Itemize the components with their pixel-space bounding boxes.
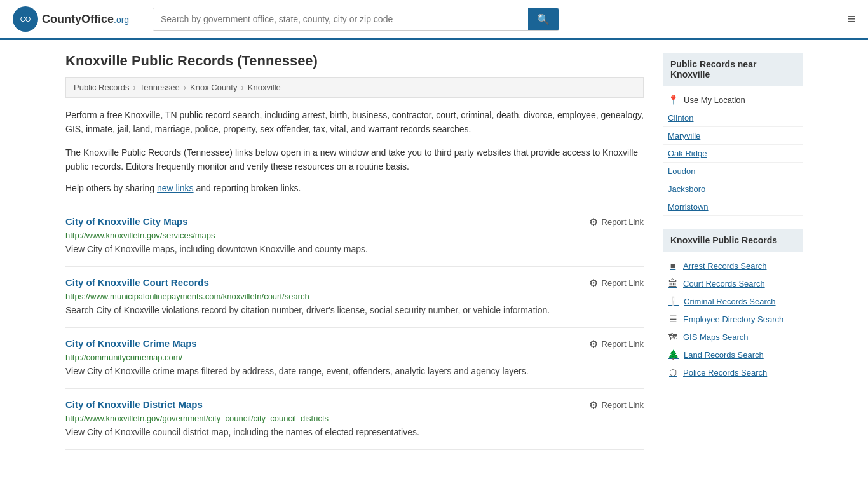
- breadcrumb: Public Records › Tennessee › Knox County…: [65, 77, 644, 98]
- logo-icon: CO: [13, 6, 38, 32]
- logo-org-text: .org: [114, 15, 129, 25]
- record-url[interactable]: http://communitycrimemap.com/: [65, 353, 644, 362]
- svg-text:CO: CO: [20, 15, 31, 23]
- search-bar: 🔍: [153, 8, 559, 31]
- report-icon: ⚙: [589, 399, 598, 411]
- breadcrumb-tennessee[interactable]: Tennessee: [140, 83, 180, 92]
- content-area: Knoxville Public Records (Tennessee) Pub…: [65, 53, 644, 450]
- record-link-icon: ❕: [668, 296, 679, 306]
- breadcrumb-public-records[interactable]: Public Records: [74, 83, 129, 92]
- record-item: City of Knoxville City Maps ⚙ Report Lin…: [65, 206, 644, 267]
- description-1: Perform a free Knoxville, TN public reco…: [65, 108, 644, 137]
- logo: CO CountyOffice.org: [13, 6, 140, 32]
- record-header: City of Knoxville Crime Maps ⚙ Report Li…: [65, 338, 644, 350]
- record-link-icon: ⬡: [668, 367, 678, 377]
- records-section: Knoxville Public Records ■ Arrest Record…: [663, 229, 803, 381]
- nearby-place-link[interactable]: Oak Ridge: [663, 145, 803, 163]
- report-icon: ⚙: [589, 216, 598, 228]
- sidebar-record-link[interactable]: 🗺 GIS Maps Search: [663, 328, 803, 346]
- nearby-section: Public Records near Knoxville 📍 Use My L…: [663, 53, 803, 216]
- report-icon: ⚙: [589, 338, 598, 350]
- description-2: The Knoxville Public Records (Tennessee)…: [65, 146, 644, 174]
- record-link-icon: 🌲: [668, 349, 679, 360]
- record-link-label: Police Records Search: [683, 368, 767, 377]
- nearby-title: Public Records near Knoxville: [663, 53, 803, 86]
- record-link-label: GIS Maps Search: [683, 332, 749, 342]
- page-title: Knoxville Public Records (Tennessee): [65, 53, 644, 69]
- search-input[interactable]: [153, 8, 528, 30]
- sidebar: Public Records near Knoxville 📍 Use My L…: [663, 53, 803, 450]
- record-header: City of Knoxville Court Records ⚙ Report…: [65, 277, 644, 289]
- sidebar-record-link[interactable]: ■ Arrest Records Search: [663, 257, 803, 274]
- record-link-label: Arrest Records Search: [683, 261, 767, 271]
- record-item: City of Knoxville District Maps ⚙ Report…: [65, 389, 644, 450]
- sidebar-record-link[interactable]: ☰ Employee Directory Search: [663, 310, 803, 328]
- report-link[interactable]: ⚙ Report Link: [589, 399, 644, 411]
- record-link-label: Court Records Search: [683, 279, 765, 288]
- nearby-links: 📍 Use My Location ClintonMaryvilleOak Ri…: [663, 91, 803, 216]
- record-title[interactable]: City of Knoxville Crime Maps: [65, 338, 197, 349]
- record-description: View City of Knoxville council district …: [65, 426, 644, 439]
- location-icon: 📍: [668, 95, 679, 105]
- nearby-place-link[interactable]: Loudon: [663, 163, 803, 180]
- use-location-link[interactable]: 📍 Use My Location: [663, 91, 803, 109]
- record-link-icon: ■: [668, 261, 678, 271]
- record-header: City of Knoxville District Maps ⚙ Report…: [65, 399, 644, 411]
- report-link[interactable]: ⚙ Report Link: [589, 277, 644, 289]
- nearby-place-link[interactable]: Maryville: [663, 127, 803, 145]
- record-url[interactable]: http://www.knoxvilletn.gov/services/maps: [65, 231, 644, 240]
- breadcrumb-knox-county[interactable]: Knox County: [190, 83, 237, 92]
- record-link-icon: ☰: [668, 314, 678, 324]
- breadcrumb-knoxville: Knoxville: [248, 83, 281, 92]
- nearby-places-list: ClintonMaryvilleOak RidgeLoudonJacksboro…: [663, 109, 803, 216]
- site-header: CO CountyOffice.org 🔍 ≡: [0, 0, 868, 40]
- record-link-label: Criminal Records Search: [684, 297, 776, 306]
- record-description: View City of Knoxville maps, including d…: [65, 243, 644, 256]
- record-link-label: Land Records Search: [684, 350, 764, 360]
- record-title[interactable]: City of Knoxville District Maps: [65, 399, 203, 410]
- sidebar-record-link[interactable]: ⬡ Police Records Search: [663, 363, 803, 381]
- sidebar-record-link[interactable]: 🌲 Land Records Search: [663, 346, 803, 363]
- record-description: Search City of Knoxville violations reco…: [65, 304, 644, 317]
- nearby-place-link[interactable]: Morristown: [663, 198, 803, 216]
- record-link-label: Employee Directory Search: [683, 315, 783, 324]
- report-link[interactable]: ⚙ Report Link: [589, 216, 644, 228]
- record-item: City of Knoxville Court Records ⚙ Report…: [65, 267, 644, 328]
- nearby-place-link[interactable]: Jacksboro: [663, 180, 803, 198]
- record-item: City of Knoxville Crime Maps ⚙ Report Li…: [65, 328, 644, 389]
- record-url[interactable]: http://www.knoxvilletn.gov/government/ci…: [65, 414, 644, 423]
- sharing-note: Help others by sharing new links and rep…: [65, 183, 644, 193]
- logo-text: CountyOffice.org: [42, 13, 129, 26]
- report-link[interactable]: ⚙ Report Link: [589, 338, 644, 350]
- report-icon: ⚙: [589, 277, 598, 289]
- record-header: City of Knoxville City Maps ⚙ Report Lin…: [65, 216, 644, 228]
- sidebar-record-link[interactable]: ❕ Criminal Records Search: [663, 292, 803, 310]
- records-title: Knoxville Public Records: [663, 229, 803, 252]
- record-description: View City of Knoxville crime maps filter…: [65, 365, 644, 378]
- main-container: Knoxville Public Records (Tennessee) Pub…: [53, 40, 815, 463]
- record-link-icon: 🗺: [668, 332, 678, 342]
- record-links-list: ■ Arrest Records Search 🏛 Court Records …: [663, 257, 803, 381]
- sidebar-record-link[interactable]: 🏛 Court Records Search: [663, 274, 803, 292]
- record-title[interactable]: City of Knoxville Court Records: [65, 277, 209, 288]
- nearby-place-link[interactable]: Clinton: [663, 109, 803, 127]
- record-title[interactable]: City of Knoxville City Maps: [65, 216, 188, 227]
- search-button[interactable]: 🔍: [528, 8, 559, 30]
- records-list: City of Knoxville City Maps ⚙ Report Lin…: [65, 206, 644, 450]
- new-links-link[interactable]: new links: [157, 183, 194, 193]
- menu-icon[interactable]: ≡: [847, 11, 855, 27]
- record-url[interactable]: https://www.municipalonlinepayments.com/…: [65, 292, 644, 301]
- record-link-icon: 🏛: [668, 278, 678, 288]
